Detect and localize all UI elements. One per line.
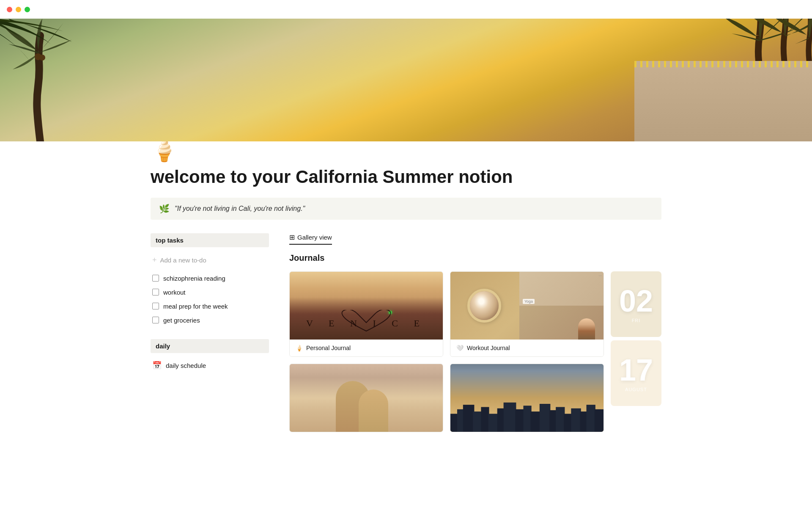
journal-card-personal[interactable]: V E N I C E 🍦 Personal Journal <box>289 271 443 357</box>
add-todo-label: Add a new to-do <box>160 257 206 264</box>
journal-card-4[interactable] <box>450 364 604 432</box>
todo-checkbox[interactable] <box>152 317 159 323</box>
card-venice-image: V E N I C E <box>290 272 443 340</box>
todo-checkbox[interactable] <box>152 303 159 309</box>
svg-rect-15 <box>556 407 565 432</box>
svg-rect-14 <box>549 410 557 432</box>
sidebar: top tasks + Add a new to-do schizophreni… <box>151 233 269 373</box>
page-title: welcome to your California Summer notion <box>151 166 661 188</box>
svg-rect-13 <box>540 404 551 432</box>
cal-label-2: AUGUST <box>625 387 647 392</box>
titlebar <box>0 0 812 19</box>
svg-rect-8 <box>497 409 505 432</box>
svg-rect-18 <box>580 411 587 432</box>
svg-rect-19 <box>587 405 595 432</box>
workout-right-images: Yoga ··· <box>519 272 604 340</box>
journal-card-workout[interactable]: Yoga ··· 🤍 Workout Jour <box>450 271 604 357</box>
todo-label: meal prep for the week <box>163 302 228 311</box>
svg-rect-7 <box>488 414 498 432</box>
quote-text: "If you're not living in Cali, you're no… <box>175 205 305 213</box>
svg-rect-4 <box>463 405 475 432</box>
main-layout: top tasks + Add a new to-do schizophreni… <box>151 233 661 432</box>
todo-label: get groceries <box>163 316 200 325</box>
card-footer-personal: 🍦 Personal Journal <box>290 340 443 356</box>
todo-label: workout <box>163 288 186 297</box>
building <box>634 61 812 141</box>
skyline <box>450 398 604 432</box>
gallery-grid-icon: ⊞ <box>289 233 295 241</box>
svg-rect-6 <box>481 407 489 432</box>
close-button[interactable] <box>7 7 12 12</box>
calendar-widget-1: 02 FRI <box>611 271 661 337</box>
todo-label: schizophrenia reading <box>163 274 225 283</box>
foreground-leaves <box>0 19 102 74</box>
cal-number-2: 17 <box>619 355 653 385</box>
calendar-widgets: 02 FRI 17 AUGUST <box>611 271 661 406</box>
add-icon: + <box>152 256 157 265</box>
personal-journal-label: Personal Journal <box>306 345 351 351</box>
todo-item[interactable]: schizophrenia reading <box>151 271 269 285</box>
building-lights <box>634 61 812 67</box>
svg-rect-16 <box>564 414 572 432</box>
add-todo-input[interactable]: + Add a new to-do <box>151 252 269 268</box>
svg-rect-11 <box>523 406 531 432</box>
quote-icon: 🌿 <box>159 204 170 214</box>
todo-item[interactable]: meal prep for the week <box>151 299 269 313</box>
daily-section: daily 📅 daily schedule <box>151 339 269 373</box>
svg-rect-5 <box>473 411 482 432</box>
cards-calendar-row: V E N I C E 🍦 Personal Journal <box>289 271 661 432</box>
todo-item[interactable]: get groceries <box>151 313 269 327</box>
todo-list: schizophrenia reading workout meal prep … <box>151 271 269 327</box>
calendar-widget-2: 17 AUGUST <box>611 340 661 406</box>
card-4-image <box>450 364 604 432</box>
page-content: 🍦 welcome to your California Summer noti… <box>110 137 702 432</box>
card-3-image <box>290 364 443 432</box>
todo-checkbox[interactable] <box>152 289 159 295</box>
gallery-tab[interactable]: ⊞ Gallery view <box>289 233 332 245</box>
hero-image <box>0 19 812 141</box>
content-area: ⊞ Gallery view Journals <box>289 233 661 432</box>
cal-label-1: FRI <box>632 318 641 323</box>
daily-schedule-label: daily schedule <box>166 362 206 369</box>
quote-block: 🌿 "If you're not living in Cali, you're … <box>151 198 661 220</box>
journals-title: Journals <box>289 253 661 263</box>
todo-checkbox[interactable] <box>152 275 159 282</box>
workout-journal-label: Workout Journal <box>467 345 510 351</box>
maximize-button[interactable] <box>25 7 30 12</box>
gallery-tab-label: Gallery view <box>297 234 332 241</box>
svg-rect-3 <box>457 409 464 432</box>
journal-card-3[interactable] <box>289 364 443 432</box>
workout-journal-emoji: 🤍 <box>456 345 464 351</box>
daily-header: daily <box>151 339 269 353</box>
svg-rect-20 <box>595 409 604 432</box>
calendar-icon: 📅 <box>152 361 162 370</box>
svg-rect-9 <box>504 403 516 432</box>
gallery-grid: V E N I C E 🍦 Personal Journal <box>289 271 604 432</box>
svg-rect-17 <box>571 409 581 432</box>
svg-rect-12 <box>531 411 540 432</box>
minimize-button[interactable] <box>16 7 21 12</box>
personal-journal-emoji: 🍦 <box>296 345 303 351</box>
coffee-cup <box>467 289 501 323</box>
venice-heart-svg <box>324 310 409 335</box>
svg-rect-10 <box>515 409 524 432</box>
card-footer-workout: 🤍 Workout Journal <box>450 340 604 356</box>
card-workout-image: Yoga ··· <box>450 272 604 340</box>
gallery-header: ⊞ Gallery view <box>289 233 661 246</box>
daily-schedule-item[interactable]: 📅 daily schedule <box>151 358 269 373</box>
tasks-header: top tasks <box>151 233 269 247</box>
cal-number-1: 02 <box>619 286 653 316</box>
todo-item[interactable]: workout <box>151 285 269 299</box>
